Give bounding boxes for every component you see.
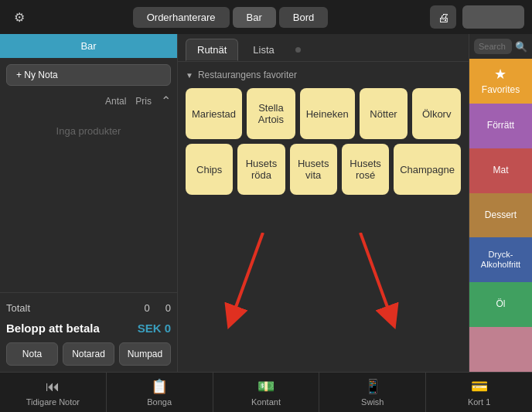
total-values: 0 0: [145, 302, 171, 314]
bottom-nav: ⏮ Tidigare Notor 📋 Bonga 💵 Kontant 📱 Swi…: [0, 372, 532, 412]
new-note-button[interactable]: + Ny Nota: [6, 64, 171, 86]
bar-button[interactable]: Bar: [233, 7, 276, 28]
category-mat[interactable]: Mat: [469, 148, 532, 193]
svg-line-3: [360, 233, 391, 318]
nav-kontant[interactable]: 💵 Kontant: [213, 373, 320, 412]
product-mariestad[interactable]: Mariestad: [186, 88, 242, 139]
top-bar-right: 🖨: [430, 5, 524, 29]
sort-chevron[interactable]: ⌃: [161, 94, 171, 108]
triangle-icon: ▼: [186, 71, 193, 80]
total-antal: 0: [145, 302, 150, 314]
print-button[interactable]: 🖨: [430, 5, 456, 29]
kort-icon: 💳: [471, 378, 488, 395]
tab-bar: Rutnät Lista: [178, 34, 469, 62]
section-title-text: Restaurangens favoriter: [198, 70, 297, 80]
product-chips[interactable]: Chips: [186, 144, 233, 195]
center-panel: Rutnät Lista ▼ Restaurangens favoriter M…: [178, 34, 469, 372]
category-ol[interactable]: Öl: [469, 282, 532, 327]
product-olkorv[interactable]: Ölkorv: [412, 88, 461, 139]
nav-tidigare-notor[interactable]: ⏮ Tidigare Notor: [0, 373, 107, 412]
tab-rutnät[interactable]: Rutnät: [186, 39, 238, 61]
main-layout: Bar + Ny Nota Antal Pris ⌃ Inga produkte…: [0, 34, 532, 372]
belopp-label: Belopp att betala: [6, 322, 100, 335]
product-grid-row2: Chips Husets röda Husets vita Husets ros…: [186, 144, 461, 195]
total-label: Totalt: [6, 302, 30, 314]
bord-button[interactable]: Bord: [279, 7, 328, 28]
product-husets-vita[interactable]: Husets vita: [290, 144, 337, 195]
nav-label-swish: Swish: [361, 397, 384, 407]
nav-label-kort: Kort 1: [468, 397, 490, 407]
content-area: ▼ Restaurangens favoriter Mariestad Stel…: [178, 62, 469, 372]
nav-label-kontant: Kontant: [251, 397, 281, 407]
search-icon: 🔍: [515, 41, 527, 53]
belopp-row: Belopp att betala SEK 0: [6, 317, 171, 339]
star-icon: ★: [482, 66, 520, 83]
category-last[interactable]: [469, 327, 532, 372]
top-right-box: [462, 5, 524, 29]
category-dryck[interactable]: Dryck-Alkoholfritt: [469, 237, 532, 282]
right-panel: 🔍 ★ Favorites Förrätt Mat Dessert Dryck-…: [469, 34, 532, 372]
total-row: Totalt 0 0: [6, 299, 171, 317]
action-buttons: Nota Notarad Numpad: [6, 342, 171, 366]
left-panel: Bar + Ny Nota Antal Pris ⌃ Inga produkte…: [0, 34, 178, 372]
nav-bonga[interactable]: 📋 Bonga: [107, 373, 213, 412]
dot-indicator: [295, 47, 301, 53]
left-bottom: Totalt 0 0 Belopp att betala SEK 0 Nota …: [0, 292, 177, 372]
settings-icon[interactable]: ⚙: [8, 5, 31, 29]
product-stella[interactable]: Stella Artois: [247, 88, 295, 139]
product-husets-rose[interactable]: Husets rosé: [342, 144, 389, 195]
bonga-icon: 📋: [151, 378, 168, 395]
nav-label-bonga: Bonga: [147, 397, 172, 407]
category-forratt[interactable]: Förrätt: [469, 104, 532, 148]
favorites-label: Favorites: [482, 84, 520, 95]
pris-header: Pris: [135, 96, 152, 107]
search-bar: 🔍: [469, 34, 532, 59]
svg-line-1: [232, 233, 263, 318]
arrow-left: [217, 233, 309, 333]
no-products-label: Inga produkter: [0, 110, 177, 292]
arrow-right: [314, 233, 407, 333]
nav-kort1[interactable]: 💳 Kort 1: [426, 373, 532, 412]
product-notter[interactable]: Nötter: [360, 88, 408, 139]
nav-swish[interactable]: 📱 Swish: [319, 373, 426, 412]
section-title: ▼ Restaurangens favoriter: [186, 70, 461, 80]
category-favorites[interactable]: ★ Favorites: [469, 59, 532, 104]
orderhanterare-button[interactable]: Orderhanterare: [133, 7, 230, 28]
tab-lista[interactable]: Lista: [241, 39, 285, 61]
top-bar: ⚙ Orderhanterare Bar Bord 🖨: [0, 0, 532, 34]
product-husets-roda[interactable]: Husets röda: [237, 144, 285, 195]
numpad-button[interactable]: Numpad: [119, 342, 171, 366]
nav-label-tidigare: Tidigare Notor: [26, 397, 80, 407]
product-champagne[interactable]: Champagne: [394, 144, 461, 195]
top-nav-buttons: Orderhanterare Bar Bord: [37, 7, 424, 28]
search-input[interactable]: [474, 39, 512, 54]
category-dessert[interactable]: Dessert: [469, 193, 532, 238]
column-headers: Antal Pris ⌃: [0, 92, 177, 110]
notarad-button[interactable]: Notarad: [63, 342, 114, 366]
total-pris: 0: [165, 302, 171, 314]
product-heineken[interactable]: Heineken: [300, 88, 355, 139]
antal-header: Antal: [105, 96, 126, 107]
nota-button[interactable]: Nota: [6, 342, 58, 366]
belopp-value: SEK 0: [138, 322, 171, 335]
kontant-icon: 💵: [257, 378, 275, 395]
product-grid-row1: Mariestad Stella Artois Heineken Nötter …: [186, 88, 461, 139]
back-icon: ⏮: [46, 379, 60, 395]
swish-icon: 📱: [364, 378, 381, 395]
left-panel-title: Bar: [0, 34, 177, 58]
